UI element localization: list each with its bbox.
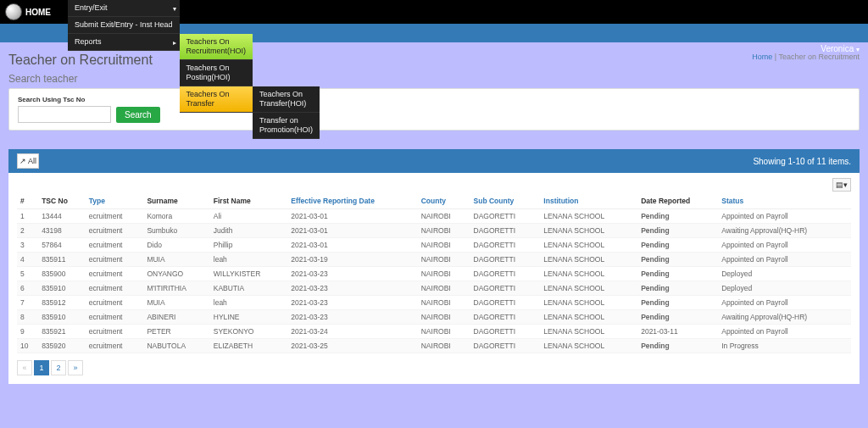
col-first-name[interactable]: First Name [210,193,287,209]
cell-dr: Pending [637,224,718,238]
col-county[interactable]: County [418,193,470,209]
page-prev[interactable]: « [17,360,32,375]
cell-tsc[interactable]: 835912 [38,296,86,310]
col-tsc-no[interactable]: TSC No [38,193,86,209]
cell-tsc[interactable]: 57864 [38,238,86,253]
cell-type: ecruitment [86,253,144,267]
cell-inst: LENANA SCHOOL [540,281,637,296]
cell-first: leah [210,296,287,310]
cell-inst: LENANA SCHOOL [540,310,637,325]
cell-eff: 2021-03-23 [287,296,418,310]
cell-idx: 6 [17,281,38,296]
col-idx[interactable]: # [17,193,38,209]
cell-type: ecruitment [86,224,144,238]
cell-county: NAIROBI [418,267,470,281]
submenu-promotion[interactable]: Transfer on Promotion(HOI) [253,113,320,139]
cell-tsc[interactable]: 835911 [38,253,86,267]
cell-dr: Pending [637,209,718,224]
cell-dr: 2021-03-11 [637,325,718,339]
cell-eff: 2021-03-01 [287,224,418,238]
col-surname[interactable]: Surname [143,193,209,209]
cell-first: HYLINE [210,310,287,325]
export-button[interactable]: ▤▾ [832,178,851,192]
cell-dr: Pending [637,281,718,296]
table-row: 243198ecruitmentSumbukoJudith2021-03-01N… [17,224,851,238]
user-caret-icon: ▾ [856,46,860,53]
cell-tsc[interactable]: 835900 [38,267,86,281]
col-eff-date[interactable]: Effective Reporting Date [287,193,418,209]
col-date-reported[interactable]: Date Reported [637,193,718,209]
cell-surname: Komora [143,209,209,224]
cell-inst: LENANA SCHOOL [540,339,637,353]
search-button[interactable]: Search [116,107,160,123]
search-panel: Search Using Tsc No Search [8,88,860,131]
cell-idx: 9 [17,325,38,339]
cell-status: Appointed on Payroll [718,253,851,267]
cell-sub: DAGORETTI [470,310,541,325]
cell-dr: Pending [637,296,718,310]
cell-surname: ONYANGO [143,267,209,281]
submenu-posting[interactable]: Teachers On Posting(HOI) [180,60,253,86]
user-menu[interactable]: Veronica ▾ [821,44,860,53]
col-type[interactable]: Type [86,193,144,209]
cell-sub: DAGORETTI [470,209,541,224]
col-sub-county[interactable]: Sub County [470,193,541,209]
cell-tsc[interactable]: 43198 [38,224,86,238]
cell-inst: LENANA SCHOOL [540,325,637,339]
cell-tsc[interactable]: 13444 [38,209,86,224]
cell-idx: 2 [17,224,38,238]
expand-all-button[interactable]: ↗ All [17,153,39,169]
breadcrumb-home[interactable]: Home [752,53,772,61]
menu-submit-exit-entry[interactable]: Submit Exit/Entry - Inst Head [68,17,180,34]
cell-dr: Pending [637,339,718,353]
reports-submenu: Teachers On Recruitment(HOI) Teachers On… [180,34,253,113]
cell-dr: Pending [637,267,718,281]
cell-county: NAIROBI [418,253,470,267]
home-link[interactable]: HOME [25,8,51,17]
menu-reports[interactable]: Reports Teachers On Recruitment(HOI) Tea… [68,34,180,51]
cell-type: ecruitment [86,238,144,253]
cell-surname: NABUTOLA [143,339,209,353]
cell-status: Appointed on Payroll [718,209,851,224]
cell-eff: 2021-03-19 [287,253,418,267]
page-content: Teacher on Recruitment Home | Teacher on… [0,42,868,384]
cell-type: ecruitment [86,339,144,353]
nav-menu: Entry/Exit Submit Exit/Entry - Inst Head… [68,0,180,51]
menu-entry-exit[interactable]: Entry/Exit [68,0,180,17]
menu-reports-label: Reports [75,37,102,46]
cell-type: ecruitment [86,325,144,339]
cell-sub: DAGORETTI [470,253,541,267]
cell-eff: 2021-03-24 [287,325,418,339]
col-status[interactable]: Status [718,193,851,209]
breadcrumb-current: Teacher on Recruitment [778,53,860,61]
cell-county: NAIROBI [418,209,470,224]
cell-county: NAIROBI [418,296,470,310]
cell-tsc[interactable]: 835910 [38,281,86,296]
cell-eff: 2021-03-25 [287,339,418,353]
cell-first: leah [210,253,287,267]
cell-first: ELIZABETH [210,339,287,353]
page-next[interactable]: » [68,360,83,375]
cell-sub: DAGORETTI [470,267,541,281]
cell-status: Appointed on Payroll [718,325,851,339]
cell-first: Judith [210,224,287,238]
cell-tsc[interactable]: 835910 [38,310,86,325]
results-header: ↗ All Showing 1-10 of 11 items. [8,149,860,173]
pagination: « 1 2 » [17,360,851,375]
tsc-search-input[interactable] [18,106,111,123]
breadcrumb: Home | Teacher on Recruitment [752,53,860,61]
cell-type: ecruitment [86,267,144,281]
cell-county: NAIROBI [418,281,470,296]
cell-sub: DAGORETTI [470,296,541,310]
page-1[interactable]: 1 [34,360,49,375]
col-institution[interactable]: Institution [540,193,637,209]
cell-tsc[interactable]: 835920 [38,339,86,353]
submenu-transfer-hoi[interactable]: Teachers On Transfer(HOI) [253,86,320,113]
page-2[interactable]: 2 [51,360,66,375]
cell-status: Deployed [718,267,851,281]
submenu-recruitment[interactable]: Teachers On Recruitment(HOI) [180,34,253,60]
submenu-transfer[interactable]: Teachers On Transfer Teachers On Transfe… [180,86,253,113]
cell-tsc[interactable]: 835921 [38,325,86,339]
table-row: 5835900ecruitmentONYANGOWILLYKISTER2021-… [17,267,851,281]
cell-surname: M'ITIRITHIA [143,281,209,296]
